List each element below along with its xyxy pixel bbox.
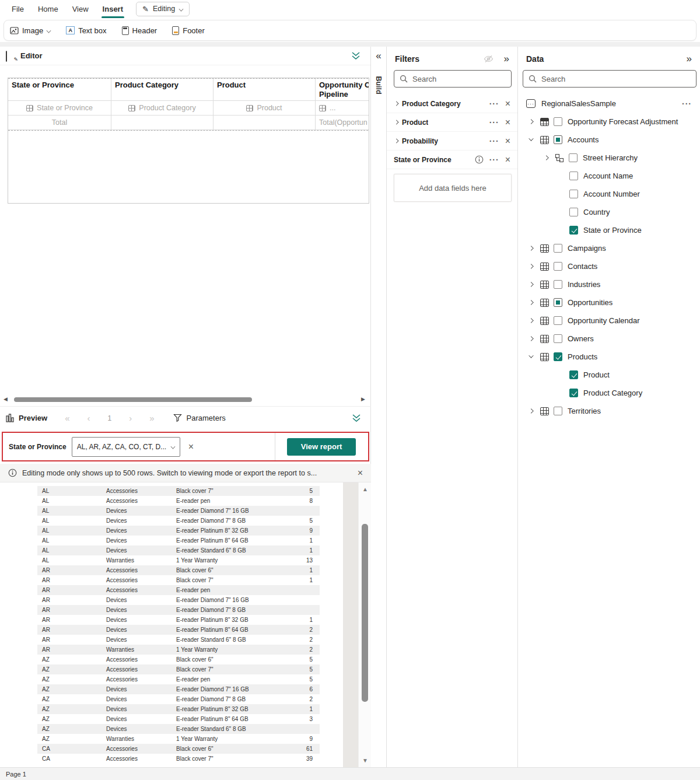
field-cell[interactable]: ...: [316, 101, 369, 116]
total-cell[interactable]: [111, 116, 214, 130]
more-options-icon[interactable]: ···: [489, 100, 499, 108]
remove-filter-icon[interactable]: ×: [505, 155, 510, 165]
field-cell[interactable]: Product: [214, 101, 316, 116]
tree-chevron-icon[interactable]: [527, 244, 535, 252]
clear-parameter-icon[interactable]: ×: [188, 442, 194, 452]
filter-card[interactable]: Product ··· ×: [387, 113, 517, 132]
scroll-left-icon[interactable]: ◀: [4, 396, 8, 402]
collapse-preview-icon[interactable]: [351, 414, 362, 423]
tree-chevron-icon[interactable]: [527, 299, 535, 306]
column-header[interactable]: Product: [214, 79, 316, 101]
data-tree-item[interactable]: State or Province: [518, 221, 700, 239]
first-page-button[interactable]: «: [65, 414, 69, 422]
data-tree-item[interactable]: Products: [518, 348, 700, 366]
filter-card[interactable]: Product Category ··· ×: [387, 95, 517, 113]
data-search-input[interactable]: Search: [523, 70, 696, 88]
collapse-editor-icon[interactable]: [351, 51, 361, 61]
data-tree-item[interactable]: Country: [518, 203, 700, 221]
filter-card[interactable]: Probability ··· ×: [387, 132, 517, 151]
tree-chevron-icon[interactable]: [527, 281, 535, 288]
scroll-right-icon[interactable]: ▶: [361, 396, 365, 402]
tree-chevron-icon[interactable]: [527, 263, 535, 270]
filters-search-input[interactable]: Search: [394, 70, 512, 88]
remove-filter-icon[interactable]: ×: [505, 118, 510, 127]
tree-chevron-icon[interactable]: [527, 317, 535, 324]
filter-dropzone[interactable]: Add data fields here: [394, 174, 512, 202]
semantic-model-row[interactable]: ··· RegionalSalesSample ···: [518, 95, 700, 113]
tree-chevron-icon[interactable]: [527, 407, 535, 415]
total-cell[interactable]: Total: [8, 116, 111, 130]
column-header[interactable]: Product Category: [111, 79, 214, 101]
data-tree-item[interactable]: Street Hierarchy: [518, 149, 700, 167]
data-tree-item[interactable]: Product Category: [518, 384, 700, 402]
insert-textbox-button[interactable]: A Text box: [66, 26, 106, 35]
field-checkbox[interactable]: [554, 135, 562, 144]
data-tree-item[interactable]: Campaigns: [518, 239, 700, 257]
field-checkbox[interactable]: [554, 117, 562, 126]
field-cell[interactable]: State or Province: [8, 101, 111, 116]
scroll-up-icon[interactable]: ▲: [359, 486, 371, 492]
remove-filter-icon[interactable]: ×: [505, 137, 510, 146]
tree-chevron-icon[interactable]: [527, 353, 535, 361]
field-checkbox[interactable]: [554, 280, 562, 289]
horizontal-scrollbar[interactable]: ◀ ▶: [0, 396, 371, 404]
field-checkbox[interactable]: [569, 389, 578, 397]
total-cell[interactable]: [214, 116, 316, 130]
tree-chevron-icon[interactable]: [527, 136, 535, 144]
view-report-button[interactable]: View report: [287, 438, 356, 456]
field-checkbox[interactable]: [554, 352, 562, 361]
more-options-icon[interactable]: ···: [682, 100, 692, 108]
more-options-icon[interactable]: ···: [489, 118, 499, 127]
next-page-button[interactable]: ›: [129, 414, 132, 422]
chevron-down-icon[interactable]: [47, 29, 51, 33]
remove-filter-icon[interactable]: ×: [505, 99, 510, 109]
previous-page-button[interactable]: ‹: [88, 414, 90, 422]
menu-tab[interactable]: Home: [31, 2, 65, 16]
insert-header-button[interactable]: Header: [122, 26, 158, 35]
data-tree-item[interactable]: Product: [518, 366, 700, 384]
data-tree-item[interactable]: Opportunity Forecast Adjustment: [518, 113, 700, 131]
dismiss-notice-icon[interactable]: ×: [358, 468, 363, 478]
insert-image-button[interactable]: Image: [10, 26, 51, 35]
field-checkbox[interactable]: [554, 244, 562, 253]
menu-tab[interactable]: Insert: [96, 2, 130, 16]
page-number[interactable]: 1: [108, 415, 112, 422]
parameters-label[interactable]: Parameters: [187, 414, 226, 422]
parameters-funnel-icon[interactable]: [173, 414, 182, 422]
data-tree-item[interactable]: Territories: [518, 402, 700, 420]
menu-tab[interactable]: View: [65, 2, 96, 16]
chevron-right-icon[interactable]: [394, 101, 402, 107]
chevron-right-icon[interactable]: [394, 120, 402, 125]
field-checkbox[interactable]: [569, 226, 578, 235]
data-tree-item[interactable]: Account Number: [518, 185, 700, 203]
column-header[interactable]: Opportunity C Pipeline: [316, 79, 369, 101]
insert-footer-button[interactable]: Footer: [172, 26, 205, 35]
field-checkbox[interactable]: [554, 298, 562, 307]
menu-tab[interactable]: File: [5, 2, 31, 16]
data-tree-item[interactable]: Accounts: [518, 131, 700, 149]
field-checkbox[interactable]: [554, 334, 562, 343]
collapse-build-icon[interactable]: «: [371, 50, 386, 62]
field-checkbox[interactable]: [569, 190, 578, 198]
scroll-down-icon[interactable]: ▼: [359, 757, 371, 764]
field-checkbox[interactable]: [569, 172, 578, 180]
field-checkbox[interactable]: [554, 316, 562, 325]
tree-chevron-icon[interactable]: [527, 118, 535, 125]
data-tree-item[interactable]: Owners: [518, 330, 700, 348]
vertical-scrollbar[interactable]: ▲ ▼: [358, 482, 371, 767]
field-checkbox[interactable]: [554, 407, 562, 415]
chevron-right-icon[interactable]: [394, 138, 402, 144]
tree-chevron-icon[interactable]: [542, 154, 550, 162]
collapse-filters-icon[interactable]: »: [504, 53, 509, 65]
more-options-icon[interactable]: ···: [489, 156, 499, 164]
data-tree-item[interactable]: Opportunity Calendar: [518, 312, 700, 330]
build-tab[interactable]: Build: [371, 67, 386, 104]
total-cell[interactable]: Total(Opportun: [316, 116, 369, 130]
more-options-icon[interactable]: ···: [489, 137, 499, 145]
data-tree-item[interactable]: Industries: [518, 275, 700, 293]
data-tree-item[interactable]: Opportunities: [518, 293, 700, 312]
report-table-design[interactable]: State or Province Product Category Produ…: [8, 78, 369, 204]
state-province-dropdown[interactable]: AL, AR, AZ, CA, CO, CT, D...: [72, 437, 180, 457]
hide-filters-eye-icon[interactable]: [484, 55, 494, 63]
vertical-scrollbar-thumb[interactable]: [362, 524, 368, 702]
